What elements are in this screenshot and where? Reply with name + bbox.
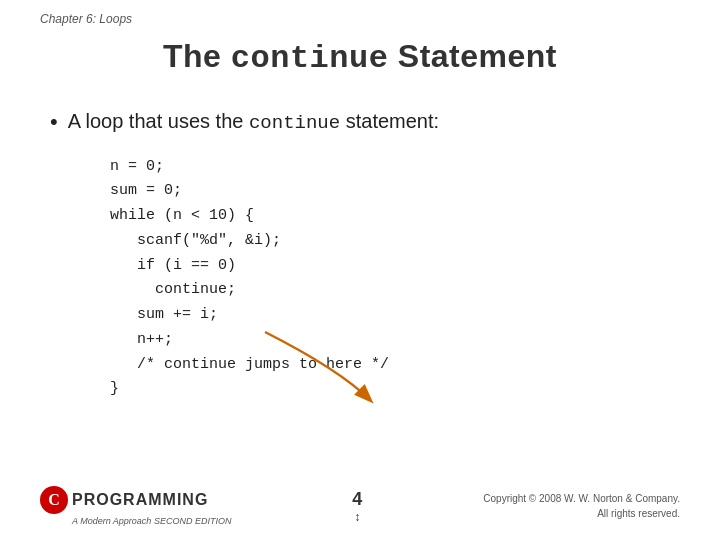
code-line-3: scanf("%d", &i); xyxy=(110,229,680,254)
logo-programming-text: PROGRAMMING xyxy=(72,491,208,509)
copyright-line2: All rights reserved. xyxy=(597,508,680,519)
code-line-1: sum = 0; xyxy=(110,179,680,204)
bullet-item: • A loop that uses the continue statemen… xyxy=(50,107,680,137)
footer-logo: C PROGRAMMING A Modern Approach SECOND E… xyxy=(40,486,231,526)
bullet-dot: • xyxy=(50,109,58,135)
page-arrow-icon: ↕ xyxy=(354,510,360,524)
bullet-suffix: statement: xyxy=(340,110,439,132)
page-num-text: 4 xyxy=(352,489,362,510)
bullet-keyword: continue xyxy=(249,112,340,134)
code-line-5: continue; xyxy=(110,278,680,303)
code-line-6: sum += i; xyxy=(110,303,680,328)
logo-subtitle: A Modern Approach SECOND EDITION xyxy=(72,516,231,526)
logo-c-circle: C xyxy=(40,486,68,514)
copyright-text: Copyright © 2008 W. W. Norton & Company.… xyxy=(483,491,680,521)
copyright-line1: Copyright © 2008 W. W. Norton & Company. xyxy=(483,493,680,504)
code-line-8: /* continue jumps to here */ xyxy=(110,353,680,378)
slide-title: The continue Statement xyxy=(0,38,720,77)
footer: C PROGRAMMING A Modern Approach SECOND E… xyxy=(0,486,720,526)
page-number: 4 ↕ xyxy=(352,489,362,524)
logo-top: C PROGRAMMING xyxy=(40,486,208,514)
code-line-7: n++; xyxy=(110,328,680,353)
content-area: • A loop that uses the continue statemen… xyxy=(0,107,720,402)
code-line-4: if (i == 0) xyxy=(110,254,680,279)
title-keyword: continue xyxy=(231,40,389,77)
code-line-0: n = 0; xyxy=(110,155,680,180)
bullet-text: A loop that uses the continue statement: xyxy=(68,107,439,137)
code-block: n = 0; sum = 0; while (n < 10) { scanf("… xyxy=(110,155,680,403)
code-line-9: } xyxy=(110,377,680,402)
title-suffix: Statement xyxy=(388,38,557,74)
title-prefix: The xyxy=(163,38,231,74)
code-line-2: while (n < 10) { xyxy=(110,204,680,229)
chapter-label: Chapter 6: Loops xyxy=(40,12,132,26)
bullet-prefix: A loop that uses the xyxy=(68,110,249,132)
